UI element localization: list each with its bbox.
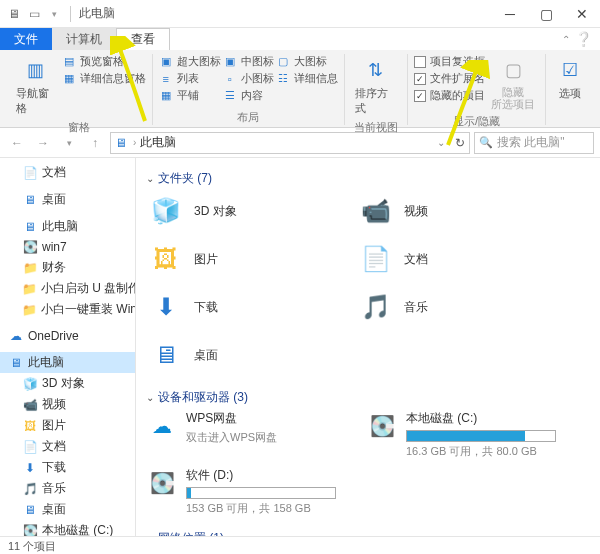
tree-label: OneDrive <box>28 329 79 343</box>
tree-icon: 💽 <box>22 239 38 255</box>
sidebar-item[interactable]: 📄文档 <box>0 162 135 183</box>
tree-label: 小白启动 U 盘制作步 <box>41 280 136 297</box>
qat-properties-icon[interactable]: ▭ <box>26 6 42 22</box>
tree-icon: 🎵 <box>22 481 38 497</box>
tree-label: 3D 对象 <box>42 375 85 392</box>
sidebar-item[interactable]: 💽本地磁盘 (C:) <box>0 520 135 536</box>
options-button[interactable]: ☑ 选项 <box>552 54 588 103</box>
sidebar-item[interactable]: 🖼图片 <box>0 415 135 436</box>
back-button[interactable]: ← <box>6 132 28 154</box>
tree-label: 此电脑 <box>42 218 78 235</box>
folder-item[interactable]: 📹视频 <box>356 191 546 231</box>
sidebar-item[interactable]: ⬇下载 <box>0 457 135 478</box>
folder-label: 文档 <box>404 251 546 268</box>
qat-dropdown-icon[interactable]: ▾ <box>46 6 62 22</box>
maximize-button[interactable]: ▢ <box>528 0 564 28</box>
drives-header[interactable]: ⌄设备和驱动器 (3) <box>146 385 590 410</box>
sidebar-item[interactable]: 🖥此电脑 <box>0 216 135 237</box>
layout-md[interactable]: ▣中图标 <box>223 54 274 69</box>
drive-icon: 💽 <box>146 467 178 499</box>
sidebar-item[interactable]: 🖥此电脑 <box>0 352 135 373</box>
tree-icon: 🖥 <box>22 192 38 208</box>
ribbon-group-panes: ▥ 导航窗格 ▤预览窗格 ▦详细信息窗格 窗格 <box>6 54 153 125</box>
tree-icon: 📹 <box>22 397 38 413</box>
address-box[interactable]: 🖥 › 此电脑 ⌄ ↻ <box>110 132 470 154</box>
minimize-button[interactable]: ─ <box>492 0 528 28</box>
layout-sm[interactable]: ▫小图标 <box>223 71 274 86</box>
help-icon[interactable]: ❔ <box>575 31 592 47</box>
layout-tile[interactable]: ▦平铺 <box>159 88 221 103</box>
chevron-down-icon: ⌄ <box>146 173 154 184</box>
tree-icon: 🖼 <box>22 418 38 434</box>
ribbon-group-options: ☑ 选项 <box>546 54 594 125</box>
layout-lg[interactable]: ▢大图标 <box>276 54 338 69</box>
main-area: 📄文档🖥桌面🖥此电脑💽win7📁财务📁小白启动 U 盘制作步📁小白一键重装 Wi… <box>0 158 600 536</box>
sidebar-item[interactable]: 📁小白启动 U 盘制作步 <box>0 278 135 299</box>
navigation-pane-button[interactable]: ▥ 导航窗格 <box>12 54 60 118</box>
folder-item[interactable]: 🧊3D 对象 <box>146 191 336 231</box>
tree-label: 文档 <box>42 438 66 455</box>
tree-label: 小白一键重装 Win10 <box>41 301 136 318</box>
tree-icon: ⬇ <box>22 460 38 476</box>
drive-usage-bar <box>406 430 556 442</box>
tree-label: 财务 <box>42 259 66 276</box>
checkbox-file-extensions[interactable]: ✓文件扩展名 <box>414 71 485 86</box>
layout-details[interactable]: ☷详细信息 <box>276 71 338 86</box>
drive-item[interactable]: ☁WPS网盘双击进入WPS网盘 <box>146 410 346 459</box>
item-count: 11 个项目 <box>8 539 56 554</box>
drive-sub: 153 GB 可用，共 158 GB <box>186 501 346 516</box>
checkbox-hidden-items[interactable]: ✓隐藏的项目 <box>414 88 485 103</box>
folder-icon: 🎵 <box>356 287 396 327</box>
sidebar-item[interactable]: 🧊3D 对象 <box>0 373 135 394</box>
folder-item[interactable]: 🖥桌面 <box>146 335 336 375</box>
navigation-sidebar[interactable]: 📄文档🖥桌面🖥此电脑💽win7📁财务📁小白启动 U 盘制作步📁小白一键重装 Wi… <box>0 158 136 536</box>
tab-computer[interactable]: 计算机 <box>52 28 116 50</box>
sidebar-item[interactable]: 📄文档 <box>0 436 135 457</box>
folder-label: 下载 <box>194 299 336 316</box>
address-bar: ← → ▾ ↑ 🖥 › 此电脑 ⌄ ↻ 🔍 搜索 此电脑" <box>0 128 600 158</box>
content-area: ⌄文件夹 (7) 🧊3D 对象📹视频🖼图片📄文档⬇下载🎵音乐🖥桌面 ⌄设备和驱动… <box>136 158 600 536</box>
drive-item[interactable]: 💽本地磁盘 (C:)16.3 GB 可用，共 80.0 GB <box>366 410 566 459</box>
tab-file[interactable]: 文件 <box>0 28 52 50</box>
search-box[interactable]: 🔍 搜索 此电脑" <box>474 132 594 154</box>
network-header[interactable]: ⌄网络位置 (1) <box>146 526 590 536</box>
folder-icon: 🖼 <box>146 239 186 279</box>
details-pane-button[interactable]: ▦详细信息窗格 <box>62 71 146 86</box>
tree-icon: 🧊 <box>22 376 38 392</box>
folders-header[interactable]: ⌄文件夹 (7) <box>146 166 590 191</box>
layout-list[interactable]: ≡列表 <box>159 71 221 86</box>
tree-label: win7 <box>42 240 67 254</box>
tree-label: 桌面 <box>42 191 66 208</box>
sidebar-item[interactable]: 📁财务 <box>0 257 135 278</box>
sidebar-item[interactable]: 📁小白一键重装 Win10 <box>0 299 135 320</box>
sidebar-item[interactable]: 🎵音乐 <box>0 478 135 499</box>
preview-pane-button[interactable]: ▤预览窗格 <box>62 54 146 69</box>
sidebar-item[interactable]: 💽win7 <box>0 237 135 257</box>
close-button[interactable]: ✕ <box>564 0 600 28</box>
folder-item[interactable]: 🎵音乐 <box>356 287 546 327</box>
folder-item[interactable]: ⬇下载 <box>146 287 336 327</box>
drive-item[interactable]: 💽软件 (D:)153 GB 可用，共 158 GB <box>146 467 346 516</box>
sidebar-item[interactable]: 📹视频 <box>0 394 135 415</box>
ribbon: ▥ 导航窗格 ▤预览窗格 ▦详细信息窗格 窗格 ▣超大图标 ≡列表 ▦平铺 ▣中… <box>0 50 600 128</box>
layout-xl[interactable]: ▣超大图标 <box>159 54 221 69</box>
collapse-ribbon-icon[interactable]: ⌃ <box>562 34 570 45</box>
checkbox-item-checkboxes[interactable]: 项目复选框 <box>414 54 485 69</box>
forward-button[interactable]: → <box>32 132 54 154</box>
address-dropdown-icon[interactable]: ⌄ <box>437 137 445 148</box>
folder-item[interactable]: 📄文档 <box>356 239 546 279</box>
sidebar-item[interactable]: ☁OneDrive <box>0 326 135 346</box>
ribbon-tabs: 文件 计算机 查看 ⌃ ❔ <box>0 28 600 50</box>
refresh-icon[interactable]: ↻ <box>455 136 465 150</box>
sort-button[interactable]: ⇅ 排序方式 <box>351 54 401 118</box>
folder-item[interactable]: 🖼图片 <box>146 239 336 279</box>
sidebar-item[interactable]: 🖥桌面 <box>0 189 135 210</box>
hide-selected-button[interactable]: ▢ 隐藏 所选项目 <box>487 54 539 112</box>
drive-name: WPS网盘 <box>186 410 346 427</box>
layout-content[interactable]: ☰内容 <box>223 88 274 103</box>
tab-view[interactable]: 查看 <box>116 28 170 50</box>
sidebar-item[interactable]: 🖥桌面 <box>0 499 135 520</box>
search-icon: 🔍 <box>479 136 493 149</box>
tree-icon: 📁 <box>22 302 37 318</box>
checkbox-icon <box>414 56 426 68</box>
